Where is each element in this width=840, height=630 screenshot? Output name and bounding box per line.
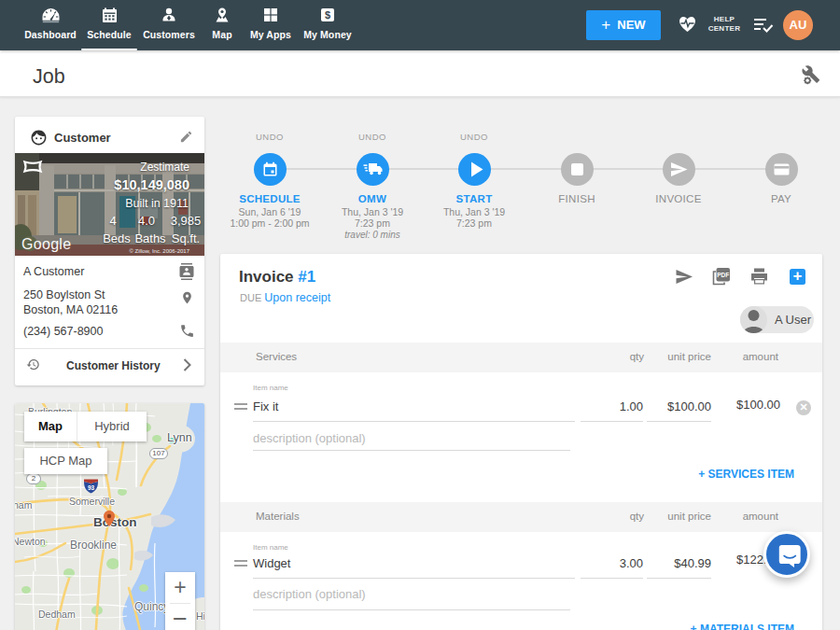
svg-text:93: 93: [88, 484, 95, 491]
svg-text:PDF: PDF: [717, 272, 729, 278]
svg-text:$: $: [325, 9, 330, 21]
